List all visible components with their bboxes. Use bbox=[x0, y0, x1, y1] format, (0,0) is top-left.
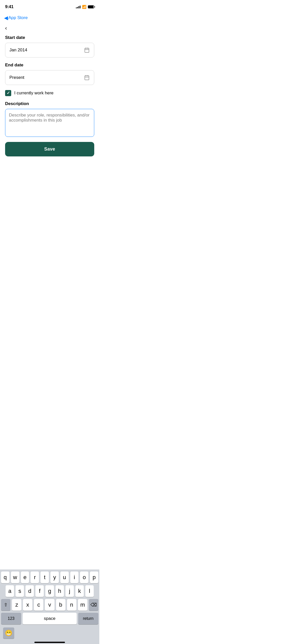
status-bar: 9:41 📶 bbox=[0, 0, 99, 12]
back-button-row: ‹ bbox=[0, 23, 99, 32]
start-date-field[interactable]: Jan 2014 bbox=[5, 43, 94, 57]
currently-work-checkbox[interactable]: ✓ bbox=[5, 90, 11, 96]
back-button[interactable]: ‹ bbox=[5, 25, 7, 31]
svg-rect-4 bbox=[85, 76, 89, 80]
description-label: Description bbox=[5, 101, 94, 106]
status-time: 9:41 bbox=[5, 4, 13, 9]
signal-icon bbox=[76, 5, 80, 8]
start-date-value: Jan 2014 bbox=[9, 48, 27, 53]
end-date-calendar-icon bbox=[84, 75, 90, 81]
wifi-icon: 📶 bbox=[82, 5, 86, 9]
currently-work-label: I currently work here bbox=[14, 91, 53, 96]
save-button[interactable]: Save bbox=[5, 142, 94, 156]
start-date-calendar-icon bbox=[84, 47, 90, 53]
status-icons: 📶 bbox=[76, 5, 94, 9]
battery-icon bbox=[88, 5, 94, 8]
end-date-field[interactable]: Present bbox=[5, 70, 94, 85]
nav-top: ◀ App Store bbox=[0, 12, 99, 23]
form-content: Start date Jan 2014 End date Present bbox=[0, 32, 99, 156]
currently-work-row[interactable]: ✓ I currently work here bbox=[5, 90, 94, 96]
app-store-label: App Store bbox=[8, 15, 28, 20]
end-date-label: End date bbox=[5, 63, 94, 68]
app-store-back-button[interactable]: ◀ App Store bbox=[4, 15, 28, 21]
checkbox-checkmark: ✓ bbox=[7, 91, 10, 95]
back-triangle-icon: ◀ bbox=[4, 15, 8, 21]
svg-rect-0 bbox=[85, 48, 89, 53]
description-textarea[interactable] bbox=[5, 109, 94, 137]
end-date-value: Present bbox=[9, 75, 24, 80]
start-date-label: Start date bbox=[5, 35, 94, 40]
